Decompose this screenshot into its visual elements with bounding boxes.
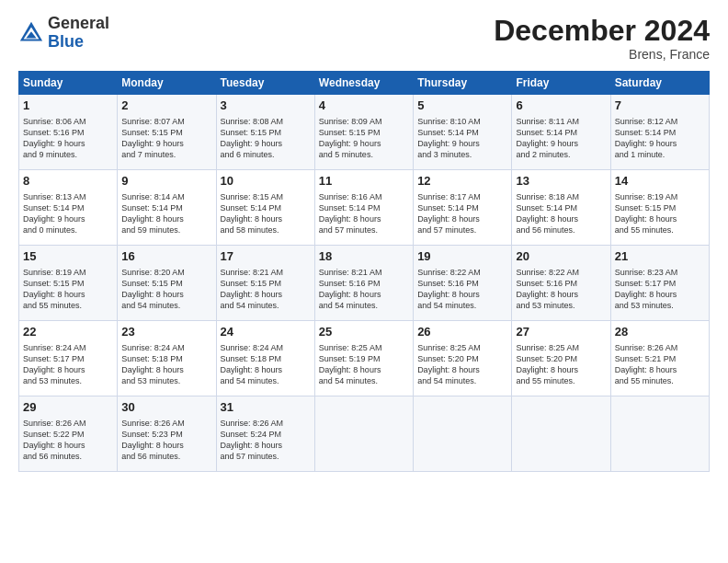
- week-row-3: 15Sunrise: 8:19 AMSunset: 5:15 PMDayligh…: [19, 246, 710, 321]
- day-cell: 14Sunrise: 8:19 AMSunset: 5:15 PMDayligh…: [610, 170, 709, 246]
- day-number: 10: [221, 173, 311, 190]
- page: General Blue December 2024 Brens, France…: [0, 0, 728, 563]
- day-cell: 24Sunrise: 8:24 AMSunset: 5:18 PMDayligh…: [216, 321, 314, 396]
- day-number: 29: [23, 399, 113, 416]
- day-number: 30: [121, 399, 211, 416]
- logo-icon: [18, 20, 44, 46]
- day-number: 14: [615, 173, 705, 190]
- col-header-monday: Monday: [118, 72, 216, 95]
- day-cell: 11Sunrise: 8:16 AMSunset: 5:14 PMDayligh…: [314, 170, 413, 246]
- day-number: 25: [319, 324, 409, 340]
- day-cell: 5Sunrise: 8:10 AMSunset: 5:14 PMDaylight…: [414, 95, 512, 170]
- day-cell: 21Sunrise: 8:23 AMSunset: 5:17 PMDayligh…: [610, 246, 709, 321]
- day-number: 21: [615, 248, 705, 265]
- day-number: 2: [121, 98, 211, 114]
- day-number: 13: [516, 173, 606, 190]
- day-cell: 9Sunrise: 8:14 AMSunset: 5:14 PMDaylight…: [118, 170, 216, 246]
- day-cell: 17Sunrise: 8:21 AMSunset: 5:15 PMDayligh…: [216, 246, 314, 321]
- day-number: 27: [516, 324, 606, 340]
- week-row-1: 1Sunrise: 8:06 AMSunset: 5:16 PMDaylight…: [19, 95, 710, 170]
- logo-blue: Blue: [48, 32, 84, 51]
- month-title: December 2024: [494, 15, 710, 47]
- col-header-sunday: Sunday: [19, 72, 118, 95]
- day-cell: 20Sunrise: 8:22 AMSunset: 5:16 PMDayligh…: [512, 246, 610, 321]
- day-number: 31: [221, 399, 311, 416]
- day-number: 28: [615, 324, 705, 340]
- col-header-thursday: Thursday: [414, 72, 512, 95]
- day-number: 24: [221, 324, 311, 340]
- day-cell: 16Sunrise: 8:20 AMSunset: 5:15 PMDayligh…: [118, 246, 216, 321]
- day-cell: 26Sunrise: 8:25 AMSunset: 5:20 PMDayligh…: [414, 321, 512, 396]
- week-row-5: 29Sunrise: 8:26 AMSunset: 5:22 PMDayligh…: [19, 396, 710, 472]
- day-cell: 25Sunrise: 8:25 AMSunset: 5:19 PMDayligh…: [314, 321, 413, 396]
- day-number: 3: [221, 98, 311, 114]
- day-number: 15: [23, 248, 113, 265]
- col-header-friday: Friday: [512, 72, 610, 95]
- day-cell: 1Sunrise: 8:06 AMSunset: 5:16 PMDaylight…: [19, 95, 118, 170]
- week-row-4: 22Sunrise: 8:24 AMSunset: 5:17 PMDayligh…: [19, 321, 710, 396]
- day-cell: [414, 396, 512, 472]
- day-cell: 10Sunrise: 8:15 AMSunset: 5:14 PMDayligh…: [216, 170, 314, 246]
- day-cell: 2Sunrise: 8:07 AMSunset: 5:15 PMDaylight…: [118, 95, 216, 170]
- day-number: 7: [615, 98, 705, 114]
- day-cell: 31Sunrise: 8:26 AMSunset: 5:24 PMDayligh…: [216, 396, 314, 472]
- day-number: 6: [516, 98, 606, 114]
- col-header-wednesday: Wednesday: [314, 72, 413, 95]
- day-cell: 30Sunrise: 8:26 AMSunset: 5:23 PMDayligh…: [118, 396, 216, 472]
- day-number: 4: [319, 98, 409, 114]
- day-cell: 29Sunrise: 8:26 AMSunset: 5:22 PMDayligh…: [19, 396, 118, 472]
- week-row-2: 8Sunrise: 8:13 AMSunset: 5:14 PMDaylight…: [19, 170, 710, 246]
- day-number: 8: [23, 173, 113, 190]
- day-cell: 15Sunrise: 8:19 AMSunset: 5:15 PMDayligh…: [19, 246, 118, 321]
- header-row: SundayMondayTuesdayWednesdayThursdayFrid…: [19, 72, 710, 95]
- day-cell: 4Sunrise: 8:09 AMSunset: 5:15 PMDaylight…: [314, 95, 413, 170]
- day-number: 12: [417, 173, 507, 190]
- day-cell: 18Sunrise: 8:21 AMSunset: 5:16 PMDayligh…: [314, 246, 413, 321]
- day-cell: [610, 396, 709, 472]
- day-cell: 12Sunrise: 8:17 AMSunset: 5:14 PMDayligh…: [414, 170, 512, 246]
- logo-text: General Blue: [48, 15, 109, 52]
- day-cell: 23Sunrise: 8:24 AMSunset: 5:18 PMDayligh…: [118, 321, 216, 396]
- day-cell: 6Sunrise: 8:11 AMSunset: 5:14 PMDaylight…: [512, 95, 610, 170]
- day-number: 1: [23, 98, 113, 114]
- day-number: 5: [417, 98, 507, 114]
- day-cell: 8Sunrise: 8:13 AMSunset: 5:14 PMDaylight…: [19, 170, 118, 246]
- day-number: 17: [221, 248, 311, 265]
- day-number: 9: [121, 173, 211, 190]
- day-cell: [512, 396, 610, 472]
- day-number: 11: [319, 173, 409, 190]
- calendar-table: SundayMondayTuesdayWednesdayThursdayFrid…: [18, 71, 710, 472]
- day-cell: 7Sunrise: 8:12 AMSunset: 5:14 PMDaylight…: [610, 95, 709, 170]
- day-number: 18: [319, 248, 409, 265]
- day-cell: 27Sunrise: 8:25 AMSunset: 5:20 PMDayligh…: [512, 321, 610, 396]
- day-cell: [314, 396, 413, 472]
- day-number: 26: [417, 324, 507, 340]
- logo-general: General: [48, 14, 109, 32]
- day-number: 22: [23, 324, 113, 340]
- day-number: 19: [417, 248, 507, 265]
- day-number: 20: [516, 248, 606, 265]
- location: Brens, France: [494, 47, 710, 62]
- logo: General Blue: [18, 15, 109, 52]
- day-cell: 13Sunrise: 8:18 AMSunset: 5:14 PMDayligh…: [512, 170, 610, 246]
- day-cell: 28Sunrise: 8:26 AMSunset: 5:21 PMDayligh…: [610, 321, 709, 396]
- day-cell: 19Sunrise: 8:22 AMSunset: 5:16 PMDayligh…: [414, 246, 512, 321]
- day-cell: 22Sunrise: 8:24 AMSunset: 5:17 PMDayligh…: [19, 321, 118, 396]
- day-cell: 3Sunrise: 8:08 AMSunset: 5:15 PMDaylight…: [216, 95, 314, 170]
- col-header-tuesday: Tuesday: [216, 72, 314, 95]
- col-header-saturday: Saturday: [610, 72, 709, 95]
- day-number: 16: [121, 248, 211, 265]
- day-number: 23: [121, 324, 211, 340]
- title-block: December 2024 Brens, France: [494, 15, 710, 62]
- header: General Blue December 2024 Brens, France: [18, 15, 710, 62]
